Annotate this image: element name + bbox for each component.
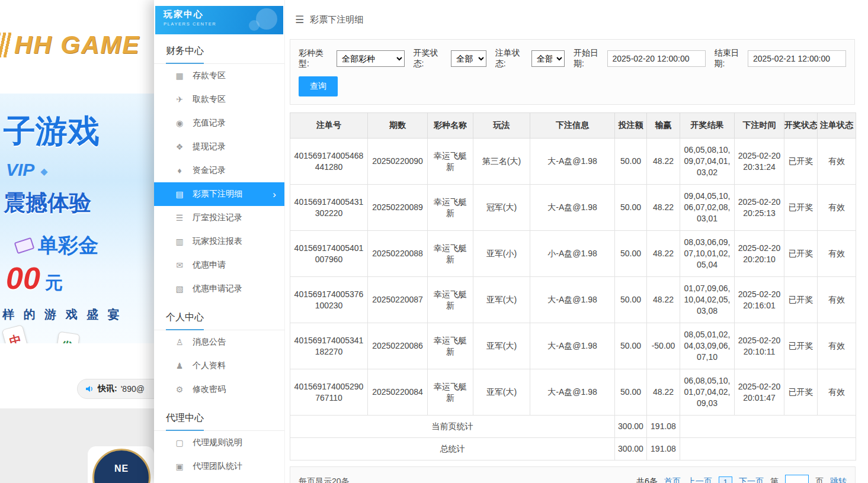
- sidebar-item-withdrawal-record[interactable]: ❖提现记录: [154, 135, 284, 159]
- current-page[interactable]: 1: [719, 476, 732, 483]
- summary-winloss-total: 191.08: [647, 416, 680, 438]
- col-bet-time: 下注时间: [735, 113, 784, 139]
- end-date-label: 结束日期:: [715, 48, 744, 69]
- cell: 20250220088: [368, 231, 428, 277]
- promo-record-icon: ▧: [174, 284, 185, 294]
- sidebar-item-agent-team-stats[interactable]: ▣代理团队统计: [154, 455, 284, 478]
- site-logo-text: HH GAME: [14, 31, 140, 59]
- recharge-record-icon: ◉: [174, 118, 185, 128]
- deposit-zone-icon: ▦: [174, 71, 185, 80]
- cell: 20250220086: [368, 323, 428, 369]
- col-period: 期数: [368, 113, 428, 139]
- sidebar-item-deposit-zone[interactable]: ▦存款专区: [154, 64, 284, 88]
- order-status-label: 注单状态:: [495, 48, 527, 69]
- draw-status-select[interactable]: 全部: [451, 50, 486, 67]
- cell: 幸运飞艇新: [428, 185, 473, 231]
- table-footer: 每页显示20条 共6条 首页 上一页 1 下一页 第 页 跳转: [290, 466, 856, 483]
- summary-row-grand-total: 总统计 300.00 191.08: [290, 438, 856, 461]
- cell: 幸运飞艇新: [428, 139, 473, 185]
- banner-line-6: 样 的 游 戏 盛 宴: [2, 307, 123, 323]
- search-button[interactable]: 查询: [299, 76, 338, 96]
- next-page-link[interactable]: 下一页: [739, 476, 764, 483]
- sidebar-item-messages[interactable]: ♙消息公告: [154, 330, 284, 354]
- col-bet-amount: 投注额: [615, 113, 647, 139]
- cell: 有效: [818, 231, 856, 277]
- end-date-group: 结束日期:: [715, 48, 846, 69]
- table-row: 40156917400540100796020250220088幸运飞艇新亚军(…: [290, 231, 856, 277]
- cell: 401569174005290767110: [290, 369, 368, 416]
- page-title: 彩票下注明细: [310, 14, 363, 25]
- start-date-input[interactable]: [607, 50, 706, 67]
- prev-page-link[interactable]: 上一页: [687, 476, 712, 483]
- cell: 大-A盘@1.98: [530, 185, 615, 231]
- cell: 2025-02-20 20:10:11: [735, 323, 784, 369]
- sidebar-item-hall-bet-record[interactable]: ☰厅室投注记录: [154, 206, 284, 230]
- cell: 亚军(小): [473, 231, 530, 277]
- cell: 幸运飞艇新: [428, 323, 473, 369]
- section-title-personal: 个人中心: [154, 301, 284, 330]
- lottery-type-select[interactable]: 全部彩种: [337, 50, 405, 67]
- cell: 已开奖: [784, 231, 818, 277]
- site-logo: HH GAME: [0, 31, 140, 59]
- sidebar-item-lottery-bet-details[interactable]: ▤彩票下注明细›: [154, 182, 284, 206]
- profile-icon: ♟: [174, 361, 185, 371]
- mahjong-tile-icon: 中: [2, 324, 30, 343]
- message-icon: ♙: [174, 337, 185, 347]
- cell: 第三名(大): [473, 139, 530, 185]
- table-row: 40156917400537610023020250220087幸运飞艇新亚军(…: [290, 277, 856, 323]
- cell: 48.22: [647, 277, 680, 323]
- sidebar-item-change-password[interactable]: ⚙修改密码: [154, 378, 284, 401]
- sidebar-item-withdraw-zone[interactable]: ✈取款专区: [154, 88, 284, 111]
- logo-mark-icon: [0, 33, 13, 57]
- summary-label: 总统计: [290, 438, 615, 461]
- cell: 08,03,06,09,07,10,01,02,05,04: [680, 231, 735, 277]
- cell: 有效: [818, 277, 856, 323]
- cell: 2025-02-20 20:31:24: [735, 139, 784, 185]
- cell: 48.22: [647, 369, 680, 416]
- summary-winloss-total: 191.08: [647, 438, 680, 461]
- withdraw-zone-icon: ✈: [174, 95, 185, 104]
- cell: 已开奖: [784, 369, 818, 416]
- table-row: 40156917400534118227020250220086幸运飞艇新亚军(…: [290, 323, 856, 369]
- start-date-label: 开始日期:: [574, 48, 603, 69]
- draw-status-group: 开奖状态: 全部: [414, 48, 486, 69]
- table-header-row: 注单号 期数 彩种名称 玩法 下注信息 投注额 输赢 开奖结果 下注时间 开奖状…: [290, 113, 856, 139]
- cell: -50.00: [647, 323, 680, 369]
- bottom-card: NE: [88, 446, 154, 483]
- sidebar-item-promo-apply-record[interactable]: ▧优惠申请记录: [154, 277, 284, 301]
- sidebar-item-recharge-record[interactable]: ◉充值记录: [154, 111, 284, 135]
- cell: 有效: [818, 139, 856, 185]
- pagination: 共6条 首页 上一页 1 下一页 第 页 跳转: [636, 475, 847, 483]
- draw-status-label: 开奖状态:: [414, 48, 447, 69]
- table-row: 40156917400546844128020250220090幸运飞艇新第三名…: [290, 139, 856, 185]
- order-status-select[interactable]: 全部: [531, 50, 565, 67]
- filter-row: 彩种类型: 全部彩种 开奖状态: 全部 注单状态: 全部 开始日期: 结束日期:: [299, 48, 846, 69]
- cell: 20250220090: [368, 139, 428, 185]
- cell: 幸运飞艇新: [428, 231, 473, 277]
- cell: 09,04,05,10,06,07,02,08,03,01: [680, 185, 735, 231]
- cell: 亚军(大): [473, 369, 530, 416]
- summary-row-current-page: 当前页统计 300.00 191.08: [290, 416, 856, 438]
- sidebar-item-funds-record[interactable]: ♦资金记录: [154, 159, 284, 182]
- sidebar-item-player-bet-report[interactable]: ▥玩家投注报表: [154, 230, 284, 253]
- end-date-input[interactable]: [748, 50, 846, 67]
- page-jump-input[interactable]: [785, 475, 809, 483]
- menu-toggle-icon[interactable]: ☰: [295, 14, 304, 26]
- lottery-type-label: 彩种类型:: [299, 48, 332, 69]
- banner-line-3: 震撼体验: [4, 188, 91, 218]
- jump-button[interactable]: 跳转: [830, 476, 847, 483]
- cell: 2025-02-20 20:20:10: [735, 231, 784, 277]
- sidebar-item-agent-rules[interactable]: ▢代理规则说明: [154, 431, 284, 455]
- cell: 已开奖: [784, 277, 818, 323]
- sidebar-item-promo-apply[interactable]: ✉优惠申请: [154, 253, 284, 277]
- cell: 2025-02-20 20:25:13: [735, 185, 784, 231]
- cell: 大-A盘@1.98: [530, 139, 615, 185]
- sidebar-item-profile[interactable]: ♟个人资料: [154, 354, 284, 378]
- ticket-icon: [14, 237, 35, 254]
- order-status-group: 注单状态: 全部: [495, 48, 565, 69]
- chevron-right-icon: ›: [273, 189, 276, 199]
- cell: 401569174005468441280: [290, 139, 368, 185]
- sidebar: 玩家中心 PLAYERS CENTER 财务中心 ▦存款专区 ✈取款专区 ◉充值…: [154, 0, 285, 483]
- speaker-icon: [85, 384, 94, 394]
- first-page-link[interactable]: 首页: [664, 476, 681, 483]
